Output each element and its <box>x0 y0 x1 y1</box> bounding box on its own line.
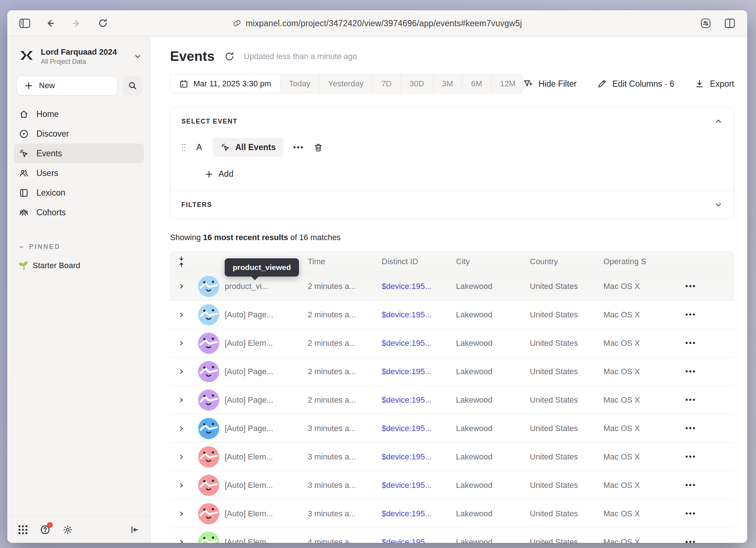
expand-row-icon[interactable] <box>178 482 185 489</box>
project-name: Lord Farquaad 2024 <box>41 47 128 57</box>
page-settings-icon[interactable] <box>698 15 714 31</box>
event-options-icon[interactable]: ••• <box>293 143 304 152</box>
event-name-cell[interactable]: [Auto] Elem... <box>225 452 308 462</box>
range-segment-today[interactable]: Today <box>280 75 320 93</box>
add-event-button[interactable]: Add <box>205 169 723 179</box>
select-event-label: SELECT EVENT <box>181 118 237 125</box>
row-menu-icon[interactable]: ••• <box>677 481 734 489</box>
search-button[interactable] <box>123 76 142 95</box>
os-cell: Mac OS X <box>603 282 677 291</box>
row-menu-icon[interactable]: ••• <box>677 453 734 461</box>
expand-row-icon[interactable] <box>178 539 185 543</box>
expand-row-icon[interactable] <box>178 510 185 517</box>
event-name-cell[interactable]: [Auto] Page... <box>225 395 308 405</box>
project-subtitle: All Project Data <box>41 58 128 66</box>
distinct-id-cell[interactable]: $device:195... <box>382 338 456 348</box>
row-menu-icon[interactable]: ••• <box>677 367 734 376</box>
table-row: [Auto] Elem...2 minutes a...$device:195.… <box>170 329 734 357</box>
range-segment-12m[interactable]: 12M <box>491 75 523 93</box>
download-icon <box>695 79 704 89</box>
row-menu-icon[interactable]: ••• <box>677 509 734 518</box>
pinned-section-header[interactable]: PINNED <box>7 232 150 251</box>
row-menu-icon[interactable]: ••• <box>677 538 734 543</box>
event-name-cell[interactable]: [Auto] Page... <box>225 367 308 376</box>
row-menu-icon[interactable]: ••• <box>677 424 734 432</box>
event-name-cell[interactable]: [Auto] Elem... <box>225 481 308 490</box>
distinct-id-cell[interactable]: $device:195... <box>382 367 456 376</box>
row-menu-icon[interactable]: ••• <box>677 396 734 404</box>
country-cell: United States <box>530 537 603 543</box>
event-name-cell[interactable]: [Auto] Page... <box>225 310 308 320</box>
chevron-up-icon[interactable] <box>714 117 723 126</box>
address-bar[interactable]: mixpanel.com/project/3472420/view/397469… <box>233 18 522 28</box>
apps-grid-icon[interactable] <box>18 525 28 535</box>
edit-columns-button[interactable]: Edit Columns · 6 <box>597 79 674 89</box>
sidebar-item-label: Cohorts <box>36 208 66 218</box>
sidebar-item-users[interactable]: Users <box>14 163 144 183</box>
reload-icon[interactable] <box>95 15 111 31</box>
sidebar-item-discover[interactable]: Discover <box>14 124 144 144</box>
distinct-id-cell[interactable]: $device:195... <box>382 452 456 462</box>
expand-row-icon[interactable] <box>178 312 185 318</box>
row-menu-icon[interactable]: ••• <box>677 310 734 319</box>
expand-row-icon[interactable] <box>178 454 185 460</box>
expand-row-icon[interactable] <box>178 368 185 375</box>
expand-row-icon[interactable] <box>178 425 185 432</box>
distinct-id-cell[interactable]: $device:195... <box>382 424 456 433</box>
date-picker-segment[interactable]: Mar 11, 2025 3:30 pm <box>170 75 280 93</box>
search-icon <box>128 81 137 90</box>
distinct-id-cell[interactable]: $device:195... <box>382 509 456 518</box>
range-segment-30d[interactable]: 30D <box>401 75 433 93</box>
table-body: product_vi...2 minutes a...$device:195..… <box>170 272 734 543</box>
distinct-id-cell[interactable]: $device:195... <box>382 282 456 291</box>
distinct-id-cell[interactable]: $device:195... <box>382 481 456 490</box>
event-name-cell[interactable]: [Auto] Page... <box>225 424 308 433</box>
expand-row-icon[interactable] <box>178 397 185 403</box>
split-view-icon[interactable] <box>722 15 738 31</box>
sidebar-item-cohorts[interactable]: Cohorts <box>14 203 144 222</box>
expand-row-icon[interactable] <box>178 340 185 347</box>
event-selector-chip[interactable]: All Events <box>213 138 284 157</box>
distinct-id-cell[interactable]: $device:195... <box>382 395 456 405</box>
collapse-all-icon[interactable] <box>177 256 185 267</box>
back-icon[interactable] <box>42 15 58 31</box>
project-switcher[interactable]: Lord Farquaad 2024 All Project Data <box>7 36 150 69</box>
os-cell: Mac OS X <box>603 367 677 376</box>
sidebar-item-events[interactable]: Events <box>14 144 144 163</box>
range-segment-7d[interactable]: 7D <box>373 75 401 93</box>
refresh-icon[interactable] <box>224 51 235 62</box>
range-segment-yesterday[interactable]: Yesterday <box>319 75 373 93</box>
country-cell: United States <box>530 424 603 433</box>
drag-handle[interactable] <box>181 143 186 152</box>
range-segment-6m[interactable]: 6M <box>462 75 491 93</box>
expand-row-icon[interactable] <box>178 283 185 290</box>
event-name-cell[interactable]: product_vi... <box>225 282 308 291</box>
distinct-id-cell[interactable]: $device:195... <box>382 310 456 320</box>
results-summary: Showing 16 most recent results of 16 mat… <box>170 233 734 242</box>
event-name-cell[interactable]: [Auto] Elem... <box>225 537 308 543</box>
range-segment-3m[interactable]: 3M <box>433 75 462 93</box>
row-menu-icon[interactable]: ••• <box>677 339 734 347</box>
date-range-control: Mar 11, 2025 3:30 pmTodayYesterday7D30D3… <box>170 74 523 93</box>
event-name-cell[interactable]: [Auto] Elem... <box>225 338 308 348</box>
time-cell: 2 minutes a... <box>308 282 382 291</box>
help-icon[interactable] <box>40 525 50 535</box>
chevron-down-icon[interactable] <box>714 200 723 209</box>
hide-filter-label: Hide Filter <box>539 79 577 89</box>
settings-gear-icon[interactable] <box>63 525 73 535</box>
trash-icon[interactable] <box>314 143 323 152</box>
pencil-icon <box>597 79 607 89</box>
forward-icon[interactable] <box>68 15 84 31</box>
hide-filter-button[interactable]: Hide Filter <box>523 79 577 89</box>
collapse-sidebar-icon[interactable] <box>130 525 139 535</box>
new-button[interactable]: New <box>17 76 118 95</box>
export-button[interactable]: Export <box>695 79 734 89</box>
sidebar-toggle-icon[interactable] <box>17 15 33 31</box>
sidebar-item-home[interactable]: Home <box>14 104 144 124</box>
time-cell: 3 minutes a... <box>308 424 382 433</box>
sidebar-item-lexicon[interactable]: Lexicon <box>14 183 144 203</box>
sidebar-item-starter-board[interactable]: 🌱 Starter Board <box>7 251 150 270</box>
distinct-id-cell[interactable]: $device:195... <box>382 537 456 543</box>
row-menu-icon[interactable]: ••• <box>677 282 734 290</box>
event-name-cell[interactable]: [Auto] Elem... <box>225 509 308 518</box>
